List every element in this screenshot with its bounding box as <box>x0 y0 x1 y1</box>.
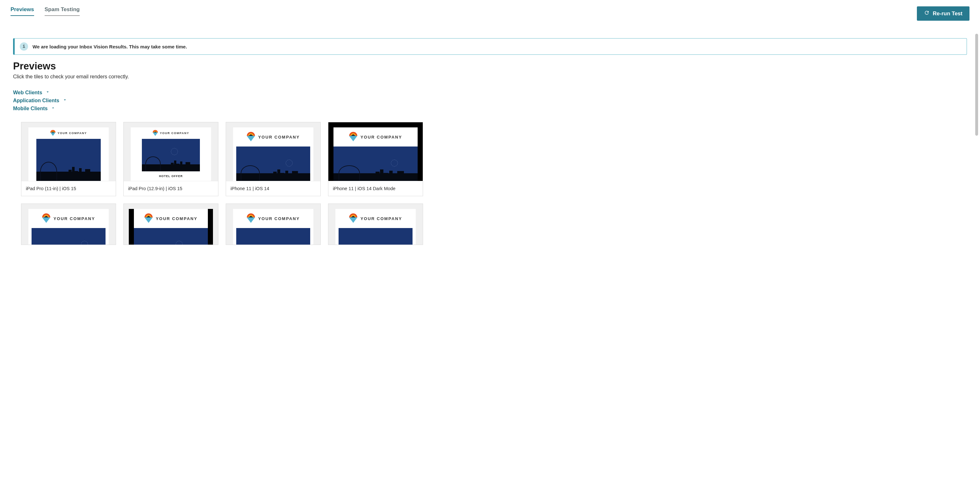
refresh-icon <box>924 10 930 17</box>
company-logo: YOUR COMPANY <box>50 127 87 139</box>
tile-thumbnail: YOUR COMPANY <box>328 204 423 244</box>
group-web-label: Web Clients <box>13 90 42 95</box>
company-logo: YOUR COMPANY <box>145 209 198 228</box>
tile-thumbnail: YOUR COMPANY <box>124 204 218 244</box>
tabs: Previews Spam Testing <box>11 6 80 16</box>
company-logo: YOUR COMPANY <box>153 127 189 139</box>
chevron-down-icon <box>45 89 50 95</box>
preview-tile[interactable]: YOUR COMPANY <box>226 203 321 245</box>
company-label: YOUR COMPANY <box>54 216 95 221</box>
chevron-up-icon <box>51 105 56 111</box>
company-logo: YOUR COMPANY <box>42 209 95 228</box>
info-alert: i We are loading your Inbox Vision Resul… <box>13 38 967 55</box>
group-mobile-clients[interactable]: Mobile Clients <box>13 105 967 113</box>
rerun-test-label: Re-run Test <box>933 11 963 17</box>
preview-tile[interactable]: YOUR COMPANY iPhone 11 | iOS 14 Dark Mod… <box>328 122 423 196</box>
preview-grid: YOUR COMPANY iPad Pro (11-in) | iOS 15 Y… <box>21 122 967 245</box>
tile-thumbnail: YOUR COMPANY <box>226 204 320 244</box>
preview-tile[interactable]: YOUR COMPANY iPhone 11 | iOS 14 <box>226 122 321 196</box>
preview-tile[interactable]: YOUR COMPANY iPad Pro (11-in) | iOS 15 <box>21 122 116 196</box>
company-logo: YOUR COMPANY <box>247 209 300 228</box>
page-subtitle: Click the tiles to check your email rend… <box>13 74 967 79</box>
preview-tile[interactable]: YOUR COMPANY HOTEL OFFER iPad Pro (12.9-… <box>123 122 218 196</box>
company-label: YOUR COMPANY <box>156 216 198 221</box>
company-label: YOUR COMPANY <box>361 135 402 140</box>
tile-thumbnail: YOUR COMPANY <box>226 122 320 181</box>
group-app-label: Application Clients <box>13 98 59 103</box>
group-application-clients[interactable]: Application Clients <box>13 97 967 105</box>
company-logo: YOUR COMPANY <box>349 127 402 146</box>
tab-spam-testing[interactable]: Spam Testing <box>45 6 80 16</box>
offer-label: HOTEL OFFER <box>142 171 200 181</box>
preview-tile[interactable]: YOUR COMPANY <box>21 203 116 245</box>
page-title: Previews <box>13 60 967 72</box>
company-logo: YOUR COMPANY <box>349 209 402 228</box>
tile-thumbnail: YOUR COMPANY <box>328 122 423 181</box>
tile-thumbnail: YOUR COMPANY HOTEL OFFER <box>124 122 218 181</box>
group-web-clients[interactable]: Web Clients <box>13 89 967 97</box>
company-label: YOUR COMPANY <box>258 216 300 221</box>
company-logo: YOUR COMPANY <box>247 127 300 146</box>
tab-previews[interactable]: Previews <box>11 6 34 16</box>
chevron-down-icon <box>62 97 67 103</box>
tile-label: iPad Pro (11-in) | iOS 15 <box>21 181 116 196</box>
preview-tile[interactable]: YOUR COMPANY <box>123 203 218 245</box>
scrollbar[interactable] <box>975 34 978 136</box>
client-groups: Web Clients Application Clients Mobile C… <box>13 89 967 113</box>
tile-thumbnail: YOUR COMPANY <box>21 204 116 244</box>
tile-label: iPad Pro (12.9-in) | iOS 15 <box>124 181 218 196</box>
company-label: YOUR COMPANY <box>58 132 87 135</box>
group-mobile-label: Mobile Clients <box>13 106 48 111</box>
preview-tile[interactable]: YOUR COMPANY <box>328 203 423 245</box>
info-icon: i <box>20 42 28 51</box>
tile-label: iPhone 11 | iOS 14 <box>226 181 320 196</box>
rerun-test-button[interactable]: Re-run Test <box>917 6 969 21</box>
alert-text: We are loading your Inbox Vision Results… <box>32 44 187 49</box>
company-label: YOUR COMPANY <box>361 216 402 221</box>
tile-thumbnail: YOUR COMPANY <box>21 122 116 181</box>
tile-label: iPhone 11 | iOS 14 Dark Mode <box>328 181 423 196</box>
company-label: YOUR COMPANY <box>258 135 300 140</box>
company-label: YOUR COMPANY <box>160 132 189 135</box>
